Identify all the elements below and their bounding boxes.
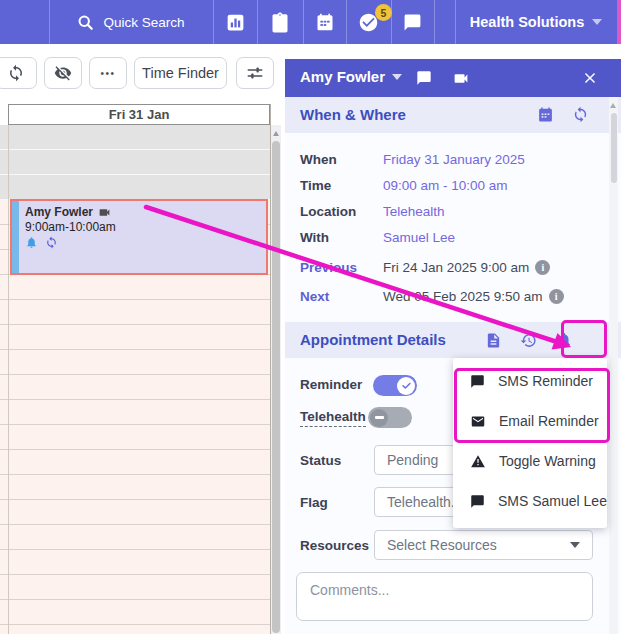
warning-icon [470, 454, 486, 469]
hide-details-button[interactable] [44, 57, 82, 89]
filter-settings-button[interactable] [236, 57, 274, 89]
scroll-up-arrow-icon[interactable] [273, 131, 279, 136]
next-label: Next [300, 289, 383, 304]
chevron-down-icon [570, 542, 580, 548]
time-finder-label: Time Finder [142, 65, 219, 81]
when-value[interactable]: Friday 31 January 2025 [383, 152, 525, 167]
resources-select[interactable]: Select Resources [374, 530, 593, 560]
comments-input[interactable] [296, 572, 593, 621]
appointment-color-strip [12, 201, 19, 273]
scroll-up-arrow-icon[interactable] [610, 103, 616, 108]
with-value[interactable]: Samuel Lee [383, 230, 455, 245]
refresh-calendar-button[interactable] [0, 57, 37, 89]
nav-messages-button[interactable] [391, 0, 434, 44]
nav-calendar-button[interactable] [303, 0, 346, 44]
account-menu-button[interactable]: Health Solutions [455, 0, 617, 44]
appointment-block[interactable]: Amy Fowler 9:00am-10:00am [10, 199, 268, 275]
recurring-icon [45, 236, 58, 249]
nav-reports-button[interactable] [213, 0, 257, 44]
menu-item-sms-reminder[interactable]: SMS Reminder [453, 361, 607, 401]
calendar-day-header: Fri 31 Jan [8, 104, 270, 125]
with-label: With [300, 230, 383, 245]
patient-chat-icon[interactable] [416, 70, 432, 86]
bar-chart-icon [225, 12, 246, 33]
row-previous: Previous Fri 24 Jan 2025 9:00 am i [300, 258, 550, 276]
notes-document-icon[interactable] [485, 332, 502, 349]
panel-header: Amy Fowler [285, 59, 621, 97]
account-label: Health Solutions [470, 14, 584, 30]
previous-label: Previous [300, 260, 383, 275]
reminder-toggle[interactable] [373, 375, 417, 396]
refresh-icon[interactable] [572, 106, 589, 123]
video-camera-icon [98, 206, 111, 219]
bell-icon [25, 236, 38, 249]
telehealth-label[interactable]: Telehealth [300, 409, 366, 427]
flag-value: Telehealth... [387, 494, 463, 510]
info-icon[interactable]: i [535, 260, 550, 275]
row-when: When Friday 31 January 2025 [300, 150, 525, 168]
location-value[interactable]: Telehealth [383, 204, 445, 219]
menu-item-toggle-warning[interactable]: Toggle Warning [453, 441, 607, 481]
eye-off-icon [54, 64, 72, 82]
menu-item-label: SMS Reminder [498, 373, 593, 389]
patient-menu-button[interactable]: Amy Fowler [300, 68, 402, 85]
history-icon[interactable] [520, 332, 537, 349]
ellipsis-icon: ••• [100, 68, 115, 79]
check-icon [401, 380, 412, 391]
next-value: Wed 05 Feb 2025 9:50 am [383, 289, 543, 304]
location-label: Location [300, 204, 383, 219]
when-label: When [300, 152, 383, 167]
chat-bubble-icon [403, 13, 422, 32]
minus-icon [375, 416, 384, 418]
patient-name: Amy Fowler [300, 68, 385, 85]
appointment-details-band: Appointment Details [285, 322, 621, 358]
appointment-time: 9:00am-10:00am [25, 220, 116, 234]
calendar-scrollbar-thumb[interactable] [272, 141, 280, 633]
menu-item-label: SMS Samuel Lee [498, 493, 607, 509]
notifications-badge: 5 [375, 4, 392, 21]
reminder-context-menu: SMS Reminder Email Reminder Toggle Warni… [453, 358, 607, 528]
nav-divider [434, 0, 435, 44]
time-finder-button[interactable]: Time Finder [134, 57, 227, 89]
reminder-bell-icon[interactable] [555, 331, 573, 349]
top-nav: Quick Search [0, 0, 621, 44]
more-options-button[interactable]: ••• [89, 57, 127, 89]
annotation-edge-fragment [617, 0, 621, 44]
app-window: Quick Search [0, 0, 621, 634]
close-icon[interactable] [583, 71, 597, 85]
calendar-gridline [8, 125, 9, 634]
quick-search-label: Quick Search [103, 15, 184, 30]
sms-icon [470, 374, 485, 389]
row-next: Next Wed 05 Feb 2025 9:50 am i [300, 287, 564, 305]
row-with: With Samuel Lee [300, 228, 455, 246]
when-where-band: When & Where [285, 97, 621, 133]
telehealth-video-icon[interactable] [452, 70, 470, 87]
chevron-down-icon [392, 74, 402, 80]
menu-item-label: Toggle Warning [499, 453, 596, 469]
status-label: Status [300, 453, 341, 468]
info-icon[interactable]: i [549, 289, 564, 304]
row-time: Time 09:00 am - 10:00 am [300, 176, 508, 194]
resources-label: Resources [300, 538, 369, 553]
calendar-icon[interactable] [537, 106, 554, 123]
resources-value: Select Resources [387, 537, 497, 553]
appointment-details-title: Appointment Details [300, 331, 446, 348]
menu-item-sms-samuel-lee[interactable]: SMS Samuel Lee [453, 481, 607, 521]
panel-scrollbar-thumb[interactable] [611, 113, 617, 183]
calendar-offhours-rows[interactable] [0, 125, 270, 200]
menu-item-label: Email Reminder [499, 413, 599, 429]
time-value[interactable]: 09:00 am - 10:00 am [383, 178, 508, 193]
menu-item-email-reminder[interactable]: Email Reminder [453, 401, 607, 441]
appointment-title: Amy Fowler [25, 205, 93, 219]
sms-icon [470, 494, 485, 509]
search-icon [77, 14, 94, 31]
previous-value: Fri 24 Jan 2025 9:00 am [383, 260, 529, 275]
row-location: Location Telehealth [300, 202, 445, 220]
quick-search-button[interactable]: Quick Search [49, 0, 213, 44]
status-value: Pending [387, 452, 438, 468]
when-where-title: When & Where [300, 106, 406, 123]
telehealth-toggle[interactable] [368, 407, 412, 428]
nav-clipboard-button[interactable] [257, 0, 303, 44]
reminder-label: Reminder [300, 377, 362, 392]
sliders-icon [246, 64, 264, 82]
